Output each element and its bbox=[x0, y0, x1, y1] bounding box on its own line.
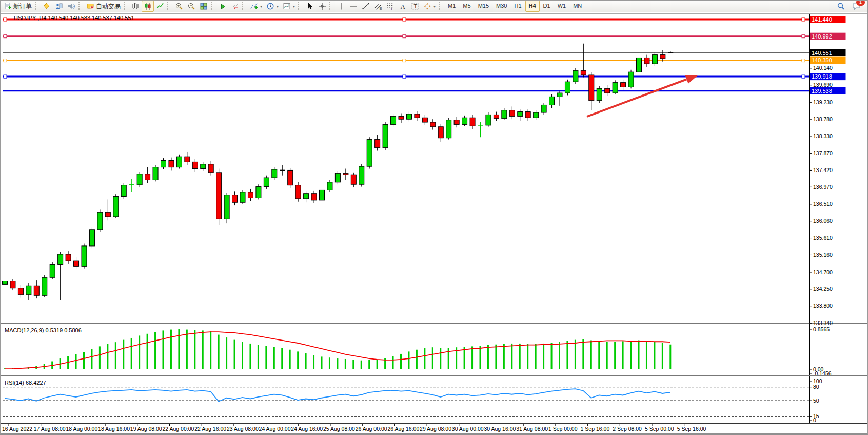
line-handle[interactable] bbox=[4, 75, 7, 78]
date-label: 2 Sep 08:00 bbox=[613, 426, 642, 432]
strategy-tester-button[interactable] bbox=[216, 1, 229, 12]
chevron-down-icon: ▾ bbox=[277, 4, 279, 9]
autotrading-label: 自动交易 bbox=[96, 2, 121, 11]
timeframe-mn-button[interactable]: MN bbox=[569, 1, 585, 12]
chart-line-button[interactable] bbox=[154, 1, 166, 12]
chart-canvas[interactable]: 140.140139.690139.230138.780138.330137.8… bbox=[1, 1, 868, 435]
price-tick-label: 135.160 bbox=[813, 252, 833, 258]
market-watch-button[interactable] bbox=[41, 1, 53, 12]
timeframe-m30-button[interactable]: M30 bbox=[492, 1, 510, 12]
cursor-button[interactable] bbox=[304, 1, 316, 12]
line-handle[interactable] bbox=[403, 59, 406, 62]
person-icon bbox=[55, 2, 63, 10]
date-label: 18 Aug 00:00 bbox=[66, 426, 97, 432]
trendline-icon bbox=[362, 2, 370, 10]
price-tick-label: 139.230 bbox=[813, 99, 833, 105]
date-label: 1 Sep 16:00 bbox=[581, 426, 610, 432]
chart-shift-button[interactable] bbox=[229, 1, 241, 12]
line-handle[interactable] bbox=[403, 75, 406, 78]
chart-area[interactable]: 140.140139.690139.230138.780138.330137.8… bbox=[1, 12, 868, 435]
toolbar-separator bbox=[298, 2, 303, 10]
equidistant-channel-button[interactable]: E bbox=[372, 1, 384, 12]
timeframe-m1-button[interactable]: M1 bbox=[444, 1, 459, 12]
hline-icon bbox=[349, 2, 358, 10]
macd-indicator-label: MACD(12,26,9) 0.5319 0.5806 bbox=[5, 327, 82, 333]
svg-text:F: F bbox=[391, 7, 394, 11]
zoom-in-icon bbox=[175, 2, 183, 10]
macd-tick-label: -0.1456 bbox=[813, 370, 832, 376]
main-toolbar: 新订单自动交易▾▾▾EFAT▾M1M5M15M30H1H4D1W1MN1 bbox=[1, 1, 867, 12]
price-tick-label: 135.610 bbox=[813, 235, 833, 241]
date-label: 5 Sep 00:00 bbox=[645, 426, 674, 432]
line-handle[interactable] bbox=[4, 18, 7, 21]
date-label: 25 Aug 08:00 bbox=[323, 426, 355, 432]
price-tick-label: 138.330 bbox=[813, 133, 833, 139]
price-tick-label: 139.690 bbox=[813, 82, 833, 88]
timeframe-m5-button[interactable]: M5 bbox=[459, 1, 474, 12]
line-handle[interactable] bbox=[403, 18, 406, 21]
text-a-icon: A bbox=[399, 2, 407, 10]
toolbar-separator bbox=[35, 2, 40, 10]
text-label-button[interactable]: T bbox=[409, 1, 421, 12]
price-badge-label: 141.440 bbox=[812, 16, 832, 23]
chevron-down-icon: ▾ bbox=[433, 4, 436, 9]
gem-icon bbox=[43, 2, 51, 10]
timeframe-m15-button[interactable]: M15 bbox=[475, 1, 492, 12]
horizontal-line-button[interactable] bbox=[347, 1, 360, 12]
toolbar-separator bbox=[78, 2, 83, 10]
price-badge-label: 140.350 bbox=[812, 57, 832, 63]
vertical-line-button[interactable] bbox=[335, 1, 347, 12]
crosshair-button[interactable] bbox=[316, 1, 328, 12]
zoom-in-button[interactable] bbox=[173, 1, 185, 12]
rsi-indicator-label: RSI(14) 68.4227 bbox=[5, 380, 46, 386]
price-tick-label: 140.140 bbox=[813, 65, 833, 71]
tile-windows-button[interactable] bbox=[198, 1, 210, 12]
search-icon bbox=[837, 2, 845, 10]
search-button[interactable] bbox=[835, 1, 847, 12]
line-handle[interactable] bbox=[403, 35, 406, 38]
templates-button[interactable]: ▾ bbox=[281, 1, 297, 12]
rsi-tick-label: 80 bbox=[813, 384, 819, 390]
chart-shift-icon bbox=[231, 2, 239, 10]
timeframe-d1-button[interactable]: D1 bbox=[540, 1, 554, 12]
timeframe-h1-button[interactable]: H1 bbox=[510, 1, 525, 12]
fibonacci-button[interactable]: F bbox=[384, 1, 397, 12]
periods-button[interactable]: ▾ bbox=[264, 1, 281, 12]
arrows-button[interactable]: ▾ bbox=[421, 1, 438, 12]
chart-play-icon bbox=[219, 2, 227, 10]
line-handle[interactable] bbox=[4, 35, 7, 38]
date-label: 5 Sep 16:00 bbox=[677, 426, 706, 432]
line-handle[interactable] bbox=[802, 18, 805, 21]
date-label: 22 Aug 00:00 bbox=[163, 426, 194, 432]
date-label: 19 Aug 08:00 bbox=[130, 426, 162, 432]
timeframe-h4-button[interactable]: H4 bbox=[525, 1, 540, 12]
notification-badge: 1 bbox=[856, 0, 865, 6]
price-badge-label: 139.538 bbox=[812, 88, 832, 94]
date-label: 17 Aug 08:00 bbox=[34, 426, 66, 432]
chart-bars-button[interactable] bbox=[129, 1, 142, 12]
svg-text:E: E bbox=[380, 6, 382, 11]
indicators-button[interactable]: ▾ bbox=[248, 1, 264, 12]
trendline-button[interactable] bbox=[360, 1, 372, 12]
date-label: 29 Aug 08:00 bbox=[420, 426, 451, 432]
date-label: 31 Aug 08:00 bbox=[516, 426, 548, 432]
text-button[interactable]: A bbox=[397, 1, 409, 12]
new-order-button[interactable]: 新订单 bbox=[2, 1, 34, 12]
price-tick-label: 136.060 bbox=[813, 218, 833, 224]
line-handle[interactable] bbox=[4, 59, 7, 62]
toolbar-separator bbox=[167, 2, 172, 10]
zoom-out-button[interactable] bbox=[185, 1, 198, 12]
timeframe-w1-button[interactable]: W1 bbox=[554, 1, 570, 12]
notifications-button[interactable]: 1 bbox=[850, 1, 862, 12]
line-handle[interactable] bbox=[802, 75, 805, 78]
date-label: 26 Aug 00:00 bbox=[356, 426, 387, 432]
navigator-button[interactable] bbox=[65, 1, 77, 12]
line-handle[interactable] bbox=[802, 35, 805, 38]
data-window-button[interactable] bbox=[53, 1, 65, 12]
autotrading-button[interactable]: 自动交易 bbox=[84, 1, 123, 12]
price-tick-label: 133.800 bbox=[813, 302, 833, 309]
chart-candles-button[interactable] bbox=[142, 1, 154, 12]
cursor-icon bbox=[306, 2, 314, 10]
date-label: 30 Aug 16:00 bbox=[484, 426, 516, 432]
line-handle[interactable] bbox=[802, 59, 805, 62]
